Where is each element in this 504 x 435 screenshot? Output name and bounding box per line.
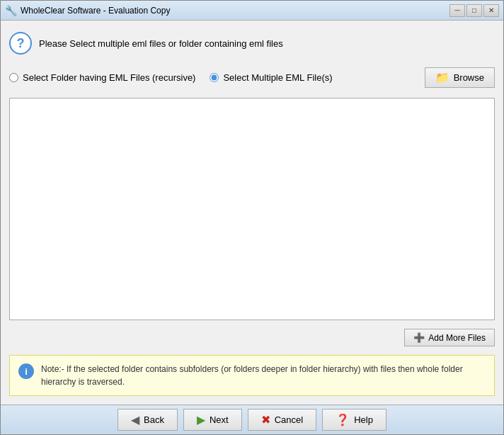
radio-files[interactable] <box>210 73 219 82</box>
back-icon: ◀ <box>131 413 139 426</box>
file-list[interactable] <box>9 98 495 320</box>
title-bar: 🔧 WholeClear Software - Evaluation Copy … <box>1 1 503 21</box>
minimize-button[interactable]: ─ <box>449 4 465 17</box>
cancel-label: Cancel <box>275 414 303 425</box>
maximize-button[interactable]: □ <box>466 4 482 17</box>
add-more-section: ➕ Add More Files <box>9 327 495 348</box>
radio-folder-label: Select Folder having EML Files (recursiv… <box>23 72 195 83</box>
note-section: i Note:- If the selected folder contains… <box>9 355 495 396</box>
add-more-label: Add More Files <box>428 333 486 343</box>
help-icon: ❓ <box>336 413 350 426</box>
add-more-icon: ➕ <box>413 332 425 343</box>
back-button[interactable]: ◀ Back <box>118 409 178 431</box>
next-label: Next <box>210 414 229 425</box>
cancel-button[interactable]: ✖ Cancel <box>248 409 316 431</box>
browse-button[interactable]: 📁 Browse <box>425 67 495 88</box>
close-button[interactable]: ✕ <box>483 4 499 17</box>
browse-icon: 📁 <box>435 71 449 84</box>
cancel-icon: ✖ <box>261 413 270 426</box>
help-label: Help <box>354 414 373 425</box>
note-icon: i <box>18 363 34 379</box>
help-button[interactable]: ❓ Help <box>322 409 386 431</box>
header-message: Please Select multiple eml files or fold… <box>39 38 283 49</box>
radio-files-label: Select Multiple EML File(s) <box>223 72 332 83</box>
header-section: ? Please Select multiple eml files or fo… <box>9 29 495 57</box>
radio-section: Select Folder having EML Files (recursiv… <box>9 64 495 91</box>
browse-button-label: Browse <box>454 72 484 83</box>
next-icon: ▶ <box>197 413 205 426</box>
app-icon: 🔧 <box>5 5 16 16</box>
note-text: Note:- If the selected folder contains s… <box>41 363 486 388</box>
radio-option-folder[interactable]: Select Folder having EML Files (recursiv… <box>9 72 195 83</box>
main-window: 🔧 WholeClear Software - Evaluation Copy … <box>0 0 504 435</box>
window-controls: ─ □ ✕ <box>449 4 499 17</box>
add-more-button[interactable]: ➕ Add More Files <box>404 329 495 346</box>
radio-option-files[interactable]: Select Multiple EML File(s) <box>210 72 332 83</box>
footer: ◀ Back ▶ Next ✖ Cancel ❓ Help <box>1 405 503 434</box>
content-area: ? Please Select multiple eml files or fo… <box>1 21 503 405</box>
next-button[interactable]: ▶ Next <box>183 409 242 431</box>
header-info-icon: ? <box>9 32 32 55</box>
back-label: Back <box>144 414 164 425</box>
radio-folder[interactable] <box>9 73 18 82</box>
window-title: WholeClear Software - Evaluation Copy <box>21 6 449 16</box>
